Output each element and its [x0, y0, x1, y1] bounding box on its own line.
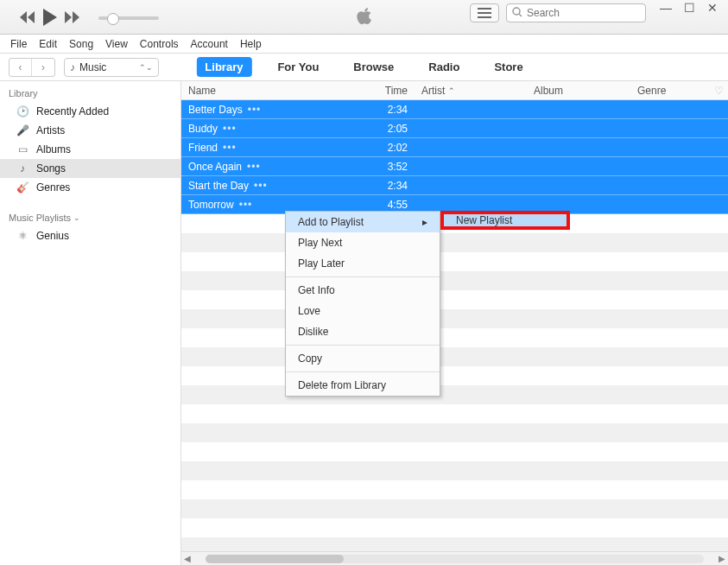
list-view-button[interactable] — [470, 3, 499, 22]
sidebar-item-recently-added[interactable]: 🕑Recently Added — [0, 102, 180, 121]
col-artist[interactable]: Artist⌃ — [415, 85, 527, 97]
song-name: Tomorrow — [188, 199, 234, 211]
song-time: 2:34 — [371, 180, 415, 192]
more-icon[interactable]: ••• — [223, 123, 237, 135]
sidebar-item-genres[interactable]: 🎸Genres — [0, 178, 180, 197]
svg-line-1 — [519, 14, 522, 16]
nav-row: ‹ › ♪Music ⌃⌄ Library For You Browse Rad… — [0, 54, 728, 81]
menu-controls[interactable]: Controls — [140, 38, 179, 50]
ctx-play-next[interactable]: Play Next — [286, 232, 440, 253]
table-row[interactable]: Better Days•••2:34 — [181, 100, 728, 119]
media-label: Music — [79, 61, 106, 73]
song-name: Once Again — [188, 161, 242, 173]
menu-account[interactable]: Account — [191, 38, 228, 50]
back-button[interactable]: ‹ — [9, 59, 32, 76]
song-time: 2:02 — [371, 142, 415, 154]
tab-library[interactable]: Library — [196, 57, 251, 77]
more-icon[interactable]: ••• — [247, 161, 261, 173]
menu-file[interactable]: File — [10, 38, 27, 50]
sidebar-item-albums[interactable]: ▭Albums — [0, 140, 180, 159]
menu-song[interactable]: Song — [69, 38, 93, 50]
heart-icon: ♡ — [714, 85, 724, 97]
table-row[interactable]: Friend•••2:02 — [181, 138, 728, 157]
ctx-separator — [286, 371, 440, 372]
sidebar-playlists-header[interactable]: Music Playlists⌄ — [0, 209, 180, 226]
atom-icon: ⚛ — [16, 230, 29, 242]
ctx-play-later[interactable]: Play Later — [286, 253, 440, 274]
tab-browse[interactable]: Browse — [345, 57, 402, 77]
submenu-new-playlist[interactable]: New Playlist — [440, 211, 570, 230]
content-area: Name Time Artist⌃ Album Genre ♡ Better D… — [181, 81, 728, 565]
clock-icon: 🕑 — [16, 105, 29, 117]
ctx-copy[interactable]: Copy — [286, 348, 440, 369]
mic-icon: 🎤 — [16, 124, 29, 136]
song-time: 4:55 — [371, 199, 415, 211]
context-menu: Add to Playlist▸ Play Next Play Later Ge… — [285, 211, 440, 397]
more-icon[interactable]: ••• — [223, 142, 237, 154]
volume-slider[interactable] — [98, 16, 159, 20]
search-icon — [512, 7, 522, 20]
col-name[interactable]: Name — [181, 85, 371, 97]
more-icon[interactable]: ••• — [248, 104, 262, 116]
note-icon: ♪ — [16, 162, 29, 175]
table-row[interactable]: Once Again•••3:52 — [181, 157, 728, 176]
dropdown-icon: ⌃⌄ — [139, 63, 153, 72]
next-button[interactable] — [64, 11, 81, 23]
forward-button[interactable]: › — [32, 59, 54, 76]
sidebar-playlist-genius[interactable]: ⚛Genius — [0, 226, 180, 245]
col-album[interactable]: Album — [527, 85, 630, 97]
col-loved[interactable]: ♡ — [709, 85, 728, 97]
media-type-selector[interactable]: ♪Music ⌃⌄ — [64, 58, 159, 77]
music-icon: ♪ — [70, 61, 75, 73]
album-icon: ▭ — [16, 143, 29, 156]
song-time: 3:52 — [371, 161, 415, 173]
song-name: Friend — [188, 142, 218, 154]
search-input[interactable] — [527, 7, 640, 19]
table-row[interactable]: Buddy•••2:05 — [181, 119, 728, 138]
column-headers: Name Time Artist⌃ Album Genre ♡ — [181, 81, 728, 100]
tab-for-you[interactable]: For You — [269, 57, 327, 77]
ctx-add-to-playlist[interactable]: Add to Playlist▸ — [286, 212, 440, 232]
topbar-right: — ☐ ✕ — [470, 3, 718, 22]
song-name: Buddy — [188, 123, 218, 135]
sidebar-item-label: Genius — [36, 230, 69, 242]
menu-view[interactable]: View — [105, 38, 128, 50]
ctx-get-info[interactable]: Get Info — [286, 280, 440, 301]
sidebar-item-label: Songs — [36, 162, 66, 175]
ctx-delete-from-library[interactable]: Delete from Library — [286, 375, 440, 396]
ctx-separator — [286, 345, 440, 346]
ctx-love[interactable]: Love — [286, 301, 440, 321]
song-rows: Better Days•••2:34 Buddy•••2:05 Friend••… — [181, 100, 728, 565]
window-controls: — ☐ ✕ — [660, 2, 718, 14]
table-row[interactable]: Start the Day•••2:34 — [181, 176, 728, 195]
submenu-label: New Playlist — [456, 214, 512, 226]
sidebar-item-artists[interactable]: 🎤Artists — [0, 121, 180, 140]
playback-bar: — ☐ ✕ — [0, 0, 728, 35]
tab-radio[interactable]: Radio — [420, 57, 468, 77]
empty-rows — [181, 214, 728, 556]
scroll-left-icon[interactable]: ◀ — [181, 554, 193, 563]
scroll-thumb[interactable] — [206, 555, 344, 563]
menu-edit[interactable]: Edit — [39, 38, 57, 50]
maximize-button[interactable]: ☐ — [684, 2, 695, 14]
more-icon[interactable]: ••• — [254, 180, 268, 192]
scroll-right-icon[interactable]: ▶ — [716, 554, 728, 563]
horizontal-scrollbar[interactable]: ◀ ▶ — [181, 551, 728, 565]
play-button[interactable] — [43, 9, 57, 26]
scroll-track[interactable] — [206, 555, 704, 563]
ctx-dislike[interactable]: Dislike — [286, 321, 440, 342]
tab-store[interactable]: Store — [485, 57, 531, 77]
previous-button[interactable] — [19, 11, 36, 23]
col-time[interactable]: Time — [371, 85, 415, 97]
menu-help[interactable]: Help — [240, 38, 262, 50]
more-icon[interactable]: ••• — [239, 199, 253, 211]
minimize-button[interactable]: — — [660, 2, 672, 14]
close-button[interactable]: ✕ — [707, 2, 718, 14]
col-genre[interactable]: Genre — [630, 85, 709, 97]
sidebar-item-songs[interactable]: ♪Songs — [0, 159, 180, 178]
guitar-icon: 🎸 — [16, 181, 29, 194]
playback-controls — [0, 9, 159, 26]
song-name: Start the Day — [188, 180, 249, 192]
search-box[interactable] — [506, 3, 646, 22]
section-tabs: Library For You Browse Radio Store — [196, 57, 531, 77]
